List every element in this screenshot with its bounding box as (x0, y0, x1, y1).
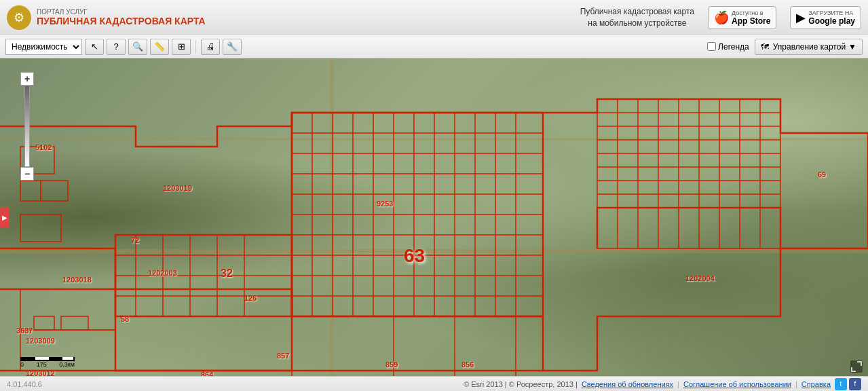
footer-link-agreement[interactable]: Соглашение об использовании (683, 380, 791, 388)
toolbar-sep1 (195, 40, 196, 54)
manage-map-dropdown-icon: ▼ (848, 42, 856, 52)
googleplay-badge[interactable]: ▶ ЗАГРУЗИТЕ НА Google play (790, 6, 861, 29)
mobile-promo-text: Публичная кадастровая карта на мобильном… (580, 6, 694, 29)
scale-label-175: 175 (37, 361, 47, 368)
print-tool-btn[interactable]: 🖨 (201, 39, 220, 55)
footer-center: © Esri 2013 | © Росреестр, 2013 | Сведен… (464, 378, 861, 390)
toolbar: Недвижимость ↖ ? 🔍 📏 ⊞ 🖨 🔧 Легенда 🗺 Упр… (0, 35, 868, 58)
scale-bar: 0 175 0.3км (20, 357, 75, 368)
cursor-tool-btn[interactable]: ↖ (85, 39, 104, 55)
legend-checkbox-label[interactable]: Легенда (707, 42, 749, 52)
svg-rect-38 (41, 181, 68, 201)
grid-tool-btn[interactable]: ⊞ (172, 39, 191, 55)
svg-rect-40 (20, 289, 115, 330)
legend-checkbox[interactable] (707, 42, 716, 51)
zoom-out-btn[interactable]: − (20, 167, 34, 181)
scale-label-0: 0 (20, 361, 24, 368)
header-left: ⚙ ПОРТАЛ УСЛУГ ПУБЛИЧНАЯ КАДАСТРОВАЯ КАР… (7, 5, 206, 30)
appstore-label: App Store (732, 16, 770, 26)
header: ⚙ ПОРТАЛ УСЛУГ ПУБЛИЧНАЯ КАДАСТРОВАЯ КАР… (0, 0, 868, 35)
header-titles: ПОРТАЛ УСЛУГ ПУБЛИЧНАЯ КАДАСТРОВАЯ КАРТА (37, 8, 206, 26)
header-right: Публичная кадастровая карта на мобильном… (580, 6, 861, 29)
realty-select[interactable]: Недвижимость (5, 39, 82, 55)
map-container[interactable]: .cad { fill: none; stroke: #cc2200; stro… (0, 58, 868, 376)
footer-link-help[interactable]: Справка (801, 380, 831, 388)
manage-map-btn[interactable]: 🗺 Управление картой ▼ (755, 39, 863, 55)
svg-rect-39 (20, 215, 61, 242)
zoom-scale[interactable] (24, 86, 30, 167)
logo-icon: ⚙ (7, 5, 31, 30)
googleplay-label: Google play (808, 16, 855, 26)
main-title: ПУБЛИЧНАЯ КАДАСТРОВАЯ КАРТА (37, 16, 206, 26)
footer-link-updates[interactable]: Сведения об обновлениях (582, 380, 673, 388)
svg-rect-42 (34, 316, 54, 330)
footer: 4.01.440.6 © Esri 2013 | © Росреестр, 20… (0, 376, 868, 391)
question-tool-btn[interactable]: ? (107, 39, 126, 55)
appstore-badge[interactable]: 🍎 Доступно в App Store (708, 6, 776, 29)
footer-social: t f (835, 378, 861, 390)
collapse-panel-btn[interactable]: ▶ (0, 207, 10, 227)
android-icon: ▶ (796, 10, 806, 25)
svg-rect-37 (20, 181, 41, 201)
footer-copyright: © Esri 2013 | © Росреестр, 2013 | (464, 380, 578, 388)
measure-tool-btn[interactable]: 📏 (150, 39, 169, 55)
expand-map-btn[interactable] (850, 360, 863, 373)
footer-version: 4.01.440.6 (7, 380, 42, 388)
zoom-controls: + − (20, 72, 34, 181)
apple-icon: 🍎 (714, 10, 729, 25)
portal-label: ПОРТАЛ УСЛУГ (37, 8, 206, 16)
twitter-icon[interactable]: t (835, 378, 847, 390)
svg-rect-20 (597, 99, 780, 248)
facebook-icon[interactable]: f (849, 378, 861, 390)
svg-rect-43 (61, 316, 88, 330)
settings-tool-btn[interactable]: 🔧 (223, 39, 242, 55)
scale-labels: 0 175 0.3км (20, 361, 75, 368)
toolbar-right: Легенда 🗺 Управление картой ▼ (707, 39, 863, 55)
scale-label-03km: 0.3км (59, 361, 75, 368)
info-tool-btn[interactable]: 🔍 (128, 39, 147, 55)
manage-map-icon: 🗺 (761, 42, 770, 52)
zoom-in-btn[interactable]: + (20, 72, 34, 86)
cadastral-overlay: .cad { fill: none; stroke: #cc2200; stro… (0, 58, 868, 376)
